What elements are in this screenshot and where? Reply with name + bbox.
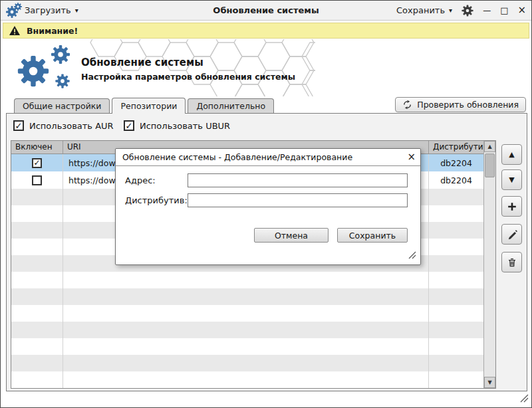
tab-bar: Общие настройки Репозитории Дополнительн… (14, 98, 274, 113)
page-header: Обновление системы Настройка параметров … (1, 39, 531, 97)
address-input[interactable] (188, 173, 408, 187)
tab-repositories[interactable]: Репозитории (112, 98, 186, 114)
window-resize-handle[interactable] (518, 393, 529, 405)
checkbox-label: Использовать UBUR (140, 121, 230, 131)
row-checkbox[interactable]: ✓ (32, 158, 42, 168)
table-row-empty (11, 322, 495, 338)
warning-text: Внимание! (27, 26, 78, 36)
warning-icon (9, 25, 21, 36)
check-icon: ✓ (126, 122, 133, 130)
tab-label: Репозитории (120, 101, 177, 111)
trash-icon (507, 257, 517, 268)
table-row-empty (11, 338, 495, 355)
triangle-up-icon: ▲ (487, 144, 491, 150)
minimize-button[interactable]: — (483, 7, 491, 15)
chevron-down-icon: ▾ (449, 7, 452, 14)
refresh-icon (402, 100, 412, 110)
row-checkbox[interactable] (32, 175, 42, 185)
distro-cell: db2204 (429, 154, 483, 171)
save-button[interactable]: Сохранить (337, 228, 408, 243)
checkbox-box: ✓ (124, 120, 134, 131)
scroll-up-button[interactable]: ▲ (484, 141, 495, 152)
pencil-icon (507, 229, 517, 240)
col-enabled-header: Включен (11, 141, 63, 153)
triangle-down-icon: ▼ (487, 379, 491, 385)
plus-icon (507, 201, 517, 212)
cancel-button[interactable]: Отмена (254, 228, 329, 243)
table-row-empty (11, 288, 495, 305)
header-gears-icon (9, 43, 76, 96)
address-label: Адрес: (125, 175, 156, 185)
edit-dialog: Обновление системы - Добавление/Редактир… (115, 148, 421, 265)
tab-label: Дополнительно (196, 101, 265, 111)
table-scrollbar[interactable]: ▲ ▼ (483, 141, 495, 388)
dialog-title: Обновление системы - Добавление/Редактир… (122, 152, 352, 162)
check-icon: ✓ (33, 159, 40, 167)
load-menu-button[interactable]: Загрузить ▾ (25, 5, 78, 15)
dialog-titlebar[interactable]: Обновление системы - Добавление/Редактир… (116, 149, 420, 166)
checkbox-label: Использовать AUR (29, 121, 114, 131)
tab-label: Общие настройки (23, 101, 101, 111)
page-subtitle: Настройка параметров обновления системы (81, 72, 295, 82)
save-menu-label: Сохранить (396, 5, 445, 15)
table-row-empty (11, 272, 495, 288)
distro-input[interactable] (188, 193, 408, 207)
edit-button[interactable] (501, 224, 522, 245)
add-button[interactable] (501, 196, 522, 217)
check-updates-label: Проверить обновления (417, 100, 519, 110)
page-title: Обновление системы (81, 56, 203, 68)
delete-button[interactable] (501, 252, 522, 272)
dialog-close-button[interactable]: × (407, 150, 416, 164)
check-icon: ✓ (15, 122, 23, 130)
triangle-up-icon: ▲ (509, 150, 514, 159)
app-logo-gears-icon (6, 3, 22, 19)
move-down-button[interactable]: ▼ (501, 169, 522, 190)
enabled-cell: ✓ (11, 154, 63, 171)
save-menu-button[interactable]: Сохранить ▾ (396, 5, 452, 15)
use-ubur-checkbox[interactable]: ✓ Использовать UBUR (124, 120, 230, 131)
settings-gear-icon[interactable] (462, 5, 473, 17)
close-button[interactable]: × (517, 5, 526, 15)
checkbox-box: ✓ (13, 120, 24, 131)
tab-general-settings[interactable]: Общие настройки (14, 98, 110, 113)
warning-banner: Внимание! (3, 23, 529, 39)
move-up-button[interactable]: ▲ (501, 144, 522, 165)
table-row-empty (11, 305, 495, 322)
scroll-down-button[interactable]: ▼ (484, 377, 495, 388)
load-menu-label: Загрузить (25, 5, 71, 15)
triangle-down-icon: ▼ (509, 175, 514, 184)
enabled-cell (11, 171, 63, 189)
table-row-empty (11, 355, 495, 371)
maximize-button[interactable]: □ (500, 6, 508, 15)
distro-cell: db2204 (429, 171, 483, 189)
use-aur-checkbox[interactable]: ✓ Использовать AUR (13, 120, 114, 131)
table-row-empty (11, 371, 495, 388)
titlebar: Загрузить ▾ Обновление системы Сохранить… (1, 1, 531, 21)
chevron-down-icon: ▾ (75, 7, 78, 14)
tab-additional[interactable]: Дополнительно (188, 98, 274, 113)
distro-label: Дистрибутив: (125, 195, 188, 205)
check-updates-button[interactable]: Проверить обновления (395, 97, 526, 112)
scrollbar-thumb[interactable] (485, 153, 495, 177)
app-window: Загрузить ▾ Обновление системы Сохранить… (0, 0, 532, 408)
dialog-resize-handle[interactable] (407, 249, 416, 262)
col-distro-header: Дистрибутив (429, 141, 483, 153)
